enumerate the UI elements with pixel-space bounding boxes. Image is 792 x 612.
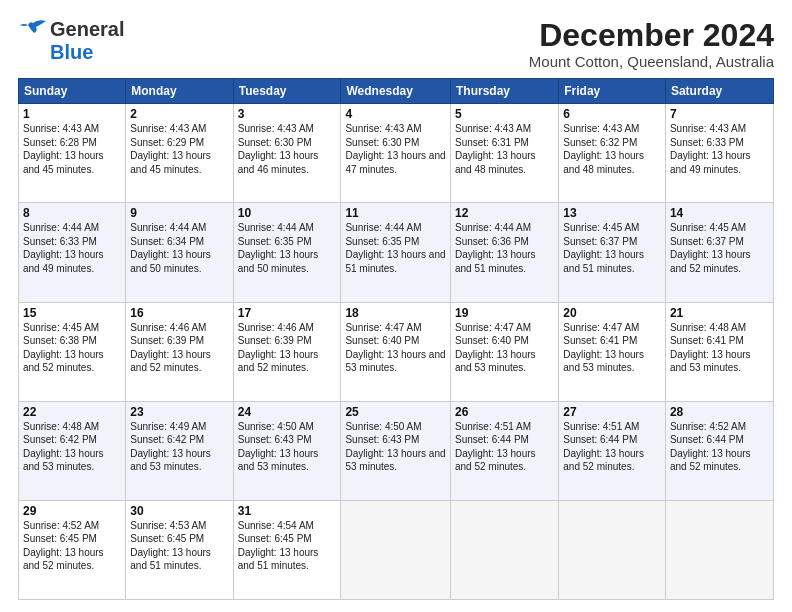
day-info: Sunrise: 4:43 AMSunset: 6:32 PMDaylight:… (563, 123, 644, 175)
day-number: 25 (345, 405, 446, 419)
table-row: 10 Sunrise: 4:44 AMSunset: 6:35 PMDaylig… (233, 203, 341, 302)
day-info: Sunrise: 4:49 AMSunset: 6:42 PMDaylight:… (130, 421, 211, 473)
day-info: Sunrise: 4:51 AMSunset: 6:44 PMDaylight:… (455, 421, 536, 473)
table-row: 21 Sunrise: 4:48 AMSunset: 6:41 PMDaylig… (665, 302, 773, 401)
table-row: 11 Sunrise: 4:44 AMSunset: 6:35 PMDaylig… (341, 203, 451, 302)
table-row: 6 Sunrise: 4:43 AMSunset: 6:32 PMDayligh… (559, 104, 666, 203)
day-number: 14 (670, 206, 769, 220)
table-row: 28 Sunrise: 4:52 AMSunset: 6:44 PMDaylig… (665, 401, 773, 500)
calendar-table: Sunday Monday Tuesday Wednesday Thursday… (18, 78, 774, 600)
day-info: Sunrise: 4:43 AMSunset: 6:29 PMDaylight:… (130, 123, 211, 175)
day-info: Sunrise: 4:48 AMSunset: 6:42 PMDaylight:… (23, 421, 104, 473)
table-row: 8 Sunrise: 4:44 AMSunset: 6:33 PMDayligh… (19, 203, 126, 302)
table-row: 26 Sunrise: 4:51 AMSunset: 6:44 PMDaylig… (450, 401, 558, 500)
day-info: Sunrise: 4:52 AMSunset: 6:44 PMDaylight:… (670, 421, 751, 473)
table-row: 3 Sunrise: 4:43 AMSunset: 6:30 PMDayligh… (233, 104, 341, 203)
calendar-row: 1 Sunrise: 4:43 AMSunset: 6:28 PMDayligh… (19, 104, 774, 203)
day-number: 4 (345, 107, 446, 121)
day-info: Sunrise: 4:50 AMSunset: 6:43 PMDaylight:… (345, 421, 445, 473)
header: General Blue December 2024 Mount Cotton,… (18, 18, 774, 70)
table-row (450, 500, 558, 599)
day-info: Sunrise: 4:44 AMSunset: 6:35 PMDaylight:… (238, 222, 319, 274)
calendar-header-row: Sunday Monday Tuesday Wednesday Thursday… (19, 79, 774, 104)
table-row: 27 Sunrise: 4:51 AMSunset: 6:44 PMDaylig… (559, 401, 666, 500)
day-info: Sunrise: 4:46 AMSunset: 6:39 PMDaylight:… (130, 322, 211, 374)
calendar-row: 22 Sunrise: 4:48 AMSunset: 6:42 PMDaylig… (19, 401, 774, 500)
day-info: Sunrise: 4:51 AMSunset: 6:44 PMDaylight:… (563, 421, 644, 473)
day-number: 9 (130, 206, 228, 220)
table-row: 24 Sunrise: 4:50 AMSunset: 6:43 PMDaylig… (233, 401, 341, 500)
day-number: 29 (23, 504, 121, 518)
table-row: 2 Sunrise: 4:43 AMSunset: 6:29 PMDayligh… (126, 104, 233, 203)
table-row: 29 Sunrise: 4:52 AMSunset: 6:45 PMDaylig… (19, 500, 126, 599)
day-info: Sunrise: 4:45 AMSunset: 6:37 PMDaylight:… (670, 222, 751, 274)
day-number: 20 (563, 306, 661, 320)
day-info: Sunrise: 4:46 AMSunset: 6:39 PMDaylight:… (238, 322, 319, 374)
title-block: December 2024 Mount Cotton, Queensland, … (529, 18, 774, 70)
day-number: 31 (238, 504, 337, 518)
day-number: 5 (455, 107, 554, 121)
col-saturday: Saturday (665, 79, 773, 104)
day-info: Sunrise: 4:44 AMSunset: 6:34 PMDaylight:… (130, 222, 211, 274)
logo-general: General (50, 18, 124, 41)
col-wednesday: Wednesday (341, 79, 451, 104)
day-number: 7 (670, 107, 769, 121)
day-info: Sunrise: 4:52 AMSunset: 6:45 PMDaylight:… (23, 520, 104, 572)
col-sunday: Sunday (19, 79, 126, 104)
calendar-row: 8 Sunrise: 4:44 AMSunset: 6:33 PMDayligh… (19, 203, 774, 302)
calendar-row: 15 Sunrise: 4:45 AMSunset: 6:38 PMDaylig… (19, 302, 774, 401)
day-info: Sunrise: 4:44 AMSunset: 6:35 PMDaylight:… (345, 222, 445, 274)
day-number: 15 (23, 306, 121, 320)
day-number: 12 (455, 206, 554, 220)
day-number: 10 (238, 206, 337, 220)
day-info: Sunrise: 4:50 AMSunset: 6:43 PMDaylight:… (238, 421, 319, 473)
table-row: 1 Sunrise: 4:43 AMSunset: 6:28 PMDayligh… (19, 104, 126, 203)
table-row: 31 Sunrise: 4:54 AMSunset: 6:45 PMDaylig… (233, 500, 341, 599)
table-row: 30 Sunrise: 4:53 AMSunset: 6:45 PMDaylig… (126, 500, 233, 599)
day-info: Sunrise: 4:48 AMSunset: 6:41 PMDaylight:… (670, 322, 751, 374)
logo: General Blue (18, 18, 124, 64)
day-number: 30 (130, 504, 228, 518)
table-row: 23 Sunrise: 4:49 AMSunset: 6:42 PMDaylig… (126, 401, 233, 500)
day-info: Sunrise: 4:43 AMSunset: 6:28 PMDaylight:… (23, 123, 104, 175)
bird-icon (18, 19, 48, 41)
day-info: Sunrise: 4:53 AMSunset: 6:45 PMDaylight:… (130, 520, 211, 572)
table-row: 9 Sunrise: 4:44 AMSunset: 6:34 PMDayligh… (126, 203, 233, 302)
day-number: 11 (345, 206, 446, 220)
day-number: 8 (23, 206, 121, 220)
day-number: 16 (130, 306, 228, 320)
day-number: 2 (130, 107, 228, 121)
table-row (559, 500, 666, 599)
table-row: 25 Sunrise: 4:50 AMSunset: 6:43 PMDaylig… (341, 401, 451, 500)
logo-blue: Blue (50, 41, 93, 64)
day-info: Sunrise: 4:43 AMSunset: 6:30 PMDaylight:… (238, 123, 319, 175)
page: General Blue December 2024 Mount Cotton,… (0, 0, 792, 612)
table-row: 15 Sunrise: 4:45 AMSunset: 6:38 PMDaylig… (19, 302, 126, 401)
table-row (665, 500, 773, 599)
day-number: 24 (238, 405, 337, 419)
day-number: 28 (670, 405, 769, 419)
table-row: 16 Sunrise: 4:46 AMSunset: 6:39 PMDaylig… (126, 302, 233, 401)
day-info: Sunrise: 4:47 AMSunset: 6:41 PMDaylight:… (563, 322, 644, 374)
day-number: 18 (345, 306, 446, 320)
day-number: 26 (455, 405, 554, 419)
page-subtitle: Mount Cotton, Queensland, Australia (529, 53, 774, 70)
day-number: 3 (238, 107, 337, 121)
day-info: Sunrise: 4:43 AMSunset: 6:33 PMDaylight:… (670, 123, 751, 175)
day-number: 21 (670, 306, 769, 320)
day-number: 22 (23, 405, 121, 419)
table-row: 13 Sunrise: 4:45 AMSunset: 6:37 PMDaylig… (559, 203, 666, 302)
day-info: Sunrise: 4:47 AMSunset: 6:40 PMDaylight:… (455, 322, 536, 374)
day-number: 6 (563, 107, 661, 121)
table-row: 12 Sunrise: 4:44 AMSunset: 6:36 PMDaylig… (450, 203, 558, 302)
table-row: 22 Sunrise: 4:48 AMSunset: 6:42 PMDaylig… (19, 401, 126, 500)
day-number: 1 (23, 107, 121, 121)
table-row: 4 Sunrise: 4:43 AMSunset: 6:30 PMDayligh… (341, 104, 451, 203)
table-row: 20 Sunrise: 4:47 AMSunset: 6:41 PMDaylig… (559, 302, 666, 401)
table-row: 5 Sunrise: 4:43 AMSunset: 6:31 PMDayligh… (450, 104, 558, 203)
day-number: 19 (455, 306, 554, 320)
table-row: 17 Sunrise: 4:46 AMSunset: 6:39 PMDaylig… (233, 302, 341, 401)
day-info: Sunrise: 4:45 AMSunset: 6:38 PMDaylight:… (23, 322, 104, 374)
col-monday: Monday (126, 79, 233, 104)
day-info: Sunrise: 4:47 AMSunset: 6:40 PMDaylight:… (345, 322, 445, 374)
